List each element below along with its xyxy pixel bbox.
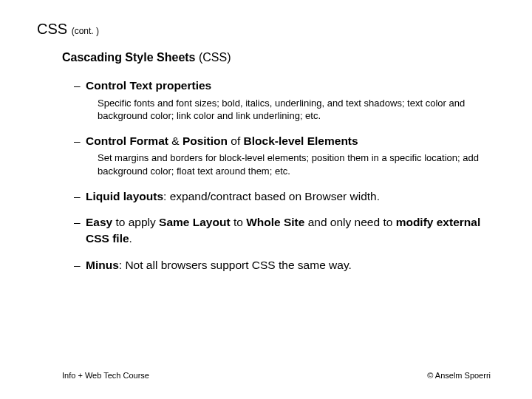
bullet-item: Control Format & Position of Block-level… — [74, 133, 495, 178]
bullet-text: Whole Site — [246, 216, 304, 228]
bullet-text: Liquid layouts — [86, 190, 163, 202]
bullet-head: Easy to apply Same Layout to Whole Site … — [74, 214, 495, 246]
bullet-text: & — [168, 134, 183, 147]
bullet-text: and only need to — [304, 216, 395, 228]
footer-left: Info + Web Tech Course — [62, 371, 149, 380]
bullet-text: Control Text properties — [86, 79, 211, 92]
bullet-item: Control Text propertiesSpecific fonts an… — [74, 78, 495, 123]
bullet-list: Control Text propertiesSpecific fonts an… — [74, 78, 495, 273]
footer: Info + Web Tech Course © Anselm Spoerri — [0, 371, 532, 380]
bullet-text: Control Format — [86, 134, 168, 147]
bullet-desc: Specific fonts and font sizes; bold, ita… — [98, 97, 495, 123]
bullet-head: Liquid layouts: expand/contract based on… — [74, 188, 495, 205]
bullet-desc: Set margins and borders for block-level … — [98, 151, 495, 177]
subtitle-bold: Cascading Style Sheets — [62, 51, 196, 64]
bullet-text: Block-level Elements — [244, 134, 358, 147]
footer-right: © Anselm Spoerri — [427, 371, 491, 380]
bullet-text: Easy — [86, 216, 112, 228]
bullet-item: Easy to apply Same Layout to Whole Site … — [74, 214, 495, 246]
bullet-text: . — [129, 232, 132, 245]
bullet-head: Minus: Not all browsers support CSS the … — [74, 257, 495, 273]
subtitle: Cascading Style Sheets (CSS) — [62, 51, 495, 64]
slide-title: CSS (cont. ) — [37, 21, 495, 38]
bullet-text: to — [231, 216, 247, 228]
bullet-head: Control Text properties — [74, 78, 495, 94]
bullet-text: Position — [183, 134, 228, 147]
bullet-item: Minus: Not all browsers support CSS the … — [74, 257, 495, 273]
bullet-text: to apply — [112, 216, 159, 228]
bullet-text: of — [228, 134, 244, 147]
bullet-head: Control Format & Position of Block-level… — [74, 133, 495, 149]
title-main: CSS — [37, 21, 67, 37]
bullet-item: Liquid layouts: expand/contract based on… — [74, 188, 495, 205]
title-suffix: (cont. ) — [72, 26, 99, 36]
bullet-text: : expand/contract based on Browser width… — [163, 190, 380, 202]
bullet-text: Same Layout — [159, 216, 230, 228]
bullet-text: : Not all browsers support CSS the same … — [119, 259, 352, 271]
subtitle-rest: (CSS) — [196, 51, 231, 64]
bullet-text: Minus — [86, 259, 119, 271]
